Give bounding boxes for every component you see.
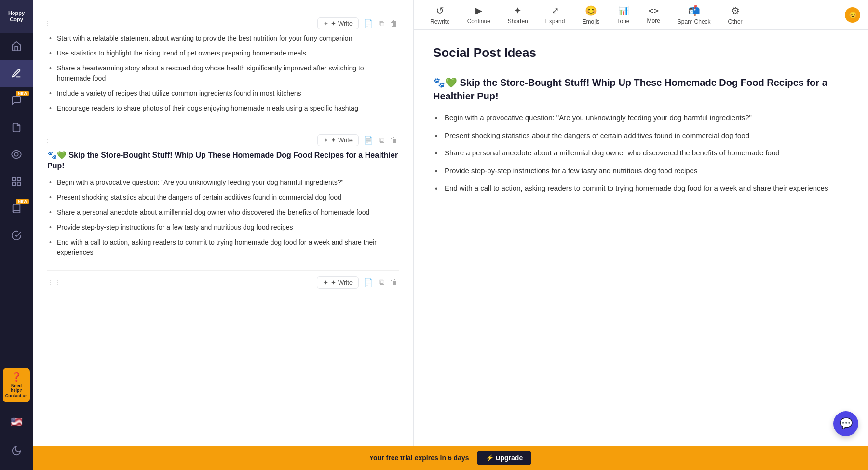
svg-rect-3 xyxy=(17,182,20,185)
toolbar-shorten[interactable]: ✦ Shorten xyxy=(499,0,537,30)
toolbar-more[interactable]: <> More xyxy=(638,0,669,30)
bullet-item: Present shocking statistics about the da… xyxy=(47,193,399,203)
copy-button-3[interactable]: ⧉ xyxy=(378,276,385,289)
export-button-1[interactable]: 📄 xyxy=(363,18,374,29)
svg-rect-4 xyxy=(13,182,15,185)
toolbar-expand[interactable]: ⤢ Expand xyxy=(537,0,574,30)
sidebar-item-editor[interactable] xyxy=(0,60,33,87)
tone-icon: 📊 xyxy=(618,5,629,16)
spam-check-label: Spam Check xyxy=(678,18,711,25)
chat-icon: 💬 xyxy=(840,417,853,430)
expand-icon: ⤢ xyxy=(552,5,559,16)
bottom-block-actions: ⋮⋮ ✦ ✦ Write 📄 ⧉ 🗑 xyxy=(47,271,399,294)
more-label: More xyxy=(647,17,660,24)
sidebar-item-book[interactable]: new xyxy=(0,195,33,222)
write-button-1[interactable]: ✦ ✦ Write xyxy=(317,17,359,29)
trial-text: Your free trial expires in 6 days xyxy=(369,454,469,462)
write-button-3[interactable]: ✦ ✦ Write xyxy=(317,276,359,289)
bullet-list-1: Start with a relatable statement about w… xyxy=(47,33,399,113)
write-icon-3: ✦ xyxy=(323,279,328,286)
trial-bar: Your free trial expires in 6 days ⚡ Upgr… xyxy=(33,446,868,470)
svg-rect-2 xyxy=(17,178,20,180)
export-button-3[interactable]: 📄 xyxy=(363,276,374,289)
right-bullet-item: Present shocking statistics about the da… xyxy=(433,130,849,141)
chat-badge: new xyxy=(16,91,29,96)
avatar-emoji: 😊 xyxy=(849,11,857,19)
drag-handle-1[interactable]: ⋮⋮ xyxy=(38,19,51,27)
content-block-2: ✦ ✦ Write 📄 ⧉ 🗑 ⋮⋮ 🐾💚 Skip the Store-Bou… xyxy=(47,126,399,271)
help-text-line1: Need help? xyxy=(5,383,28,394)
right-content: Social Post Ideas 🐾💚 Skip the Store-Boug… xyxy=(414,30,868,470)
toolbar-continue[interactable]: ▶ Continue xyxy=(459,0,499,30)
sidebar-bottom: ❓ Need help? Contact us 🇺🇸 xyxy=(0,368,33,470)
bullet-item: Start with a relatable statement about w… xyxy=(47,33,399,43)
shorten-label: Shorten xyxy=(508,18,528,25)
sidebar: Hoppy Copy new new ❓ Need help? Contact … xyxy=(0,0,33,470)
upgrade-button[interactable]: ⚡ Upgrade xyxy=(477,451,532,465)
upgrade-label: ⚡ Upgrade xyxy=(486,454,523,462)
right-bullet-list: Begin with a provocative question: "Are … xyxy=(433,112,849,194)
tone-label: Tone xyxy=(617,18,629,25)
chat-button[interactable]: 💬 xyxy=(833,411,858,436)
other-icon: ⚙ xyxy=(731,5,740,16)
export-button-2[interactable]: 📄 xyxy=(363,135,374,146)
sidebar-item-badge[interactable] xyxy=(0,222,33,249)
rewrite-icon: ↺ xyxy=(436,5,444,16)
write-label: ✦ Write xyxy=(331,20,353,27)
bullet-item: Encourage readers to share photos of the… xyxy=(47,103,399,113)
delete-button-3[interactable]: 🗑 xyxy=(389,276,399,289)
user-avatar[interactable]: 😊 xyxy=(845,7,860,23)
delete-button-1[interactable]: 🗑 xyxy=(389,18,399,29)
help-icon: ❓ xyxy=(5,372,28,382)
bullet-item: Share a personal anecdote about a millen… xyxy=(47,207,399,218)
toolbar-tone[interactable]: 📊 Tone xyxy=(608,0,638,30)
help-text-line2: Contact us xyxy=(5,393,28,399)
emojis-icon: 😊 xyxy=(585,5,597,16)
drag-handle-2[interactable]: ⋮⋮ xyxy=(38,136,51,144)
sidebar-item-theme[interactable] xyxy=(0,437,33,464)
bullet-item: Share a heartwarming story about a rescu… xyxy=(47,63,399,83)
toolbar-other[interactable]: ⚙ Other xyxy=(719,0,751,30)
sidebar-item-document[interactable] xyxy=(0,114,33,141)
bottom-action-group: ✦ ✦ Write 📄 ⧉ 🗑 xyxy=(317,276,399,289)
delete-button-2[interactable]: 🗑 xyxy=(389,135,399,146)
sidebar-item-grid[interactable] xyxy=(0,168,33,195)
right-bullet-item: Share a personal anecdote about a millen… xyxy=(433,148,849,159)
app-logo[interactable]: Hoppy Copy xyxy=(0,0,33,33)
right-bullet-item: End with a call to action, asking reader… xyxy=(433,183,849,194)
more-icon: <> xyxy=(648,5,659,15)
sidebar-item-email[interactable] xyxy=(0,141,33,168)
toolbar-spam-check[interactable]: 📬 Spam Check xyxy=(669,0,719,30)
section-title: Social Post Ideas xyxy=(433,45,849,60)
write-label-3: ✦ Write xyxy=(331,279,353,286)
toolbar-rewrite[interactable]: ↺ Rewrite xyxy=(421,0,459,30)
content-panels: ✦ ✦ Write 📄 ⧉ 🗑 ⋮⋮ Start with a relatabl… xyxy=(33,0,868,470)
right-bullet-item: Provide step-by-step instructions for a … xyxy=(433,166,849,177)
help-contact[interactable]: ❓ Need help? Contact us xyxy=(3,368,30,402)
bullet-item: Provide step-by-step instructions for a … xyxy=(47,222,399,233)
rewrite-label: Rewrite xyxy=(430,18,450,25)
bullet-list-2: Begin with a provocative question: "Are … xyxy=(47,178,399,258)
copy-button-2[interactable]: ⧉ xyxy=(378,135,385,146)
shorten-icon: ✦ xyxy=(514,5,521,16)
sidebar-item-home[interactable] xyxy=(0,33,33,60)
copy-button-1[interactable]: ⧉ xyxy=(378,18,385,29)
bullet-item: Begin with a provocative question: "Are … xyxy=(47,178,399,188)
sidebar-item-chat[interactable]: new xyxy=(0,87,33,114)
right-panel: ↺ Rewrite ▶ Continue ✦ Shorten ⤢ Expand … xyxy=(414,0,868,470)
write-icon: ✦ xyxy=(324,20,328,27)
expand-label: Expand xyxy=(545,18,565,25)
toolbar: ↺ Rewrite ▶ Continue ✦ Shorten ⤢ Expand … xyxy=(414,0,868,30)
book-badge: new xyxy=(16,199,29,204)
continue-label: Continue xyxy=(467,18,490,25)
bullet-item: Use statistics to highlight the rising t… xyxy=(47,48,399,58)
bullet-item: Include a variety of recipes that utiliz… xyxy=(47,88,399,98)
main-area: ✦ ✦ Write 📄 ⧉ 🗑 ⋮⋮ Start with a relatabl… xyxy=(33,0,868,470)
sidebar-item-flag[interactable]: 🇺🇸 xyxy=(0,408,33,435)
other-label: Other xyxy=(728,18,743,25)
drag-handle-3[interactable]: ⋮⋮ xyxy=(47,278,61,286)
toolbar-emojis[interactable]: 😊 Emojis xyxy=(573,0,608,30)
write-button-2[interactable]: ✦ ✦ Write xyxy=(317,134,359,146)
block-header-2: ✦ ✦ Write 📄 ⧉ 🗑 xyxy=(47,134,399,146)
continue-icon: ▶ xyxy=(475,5,482,16)
